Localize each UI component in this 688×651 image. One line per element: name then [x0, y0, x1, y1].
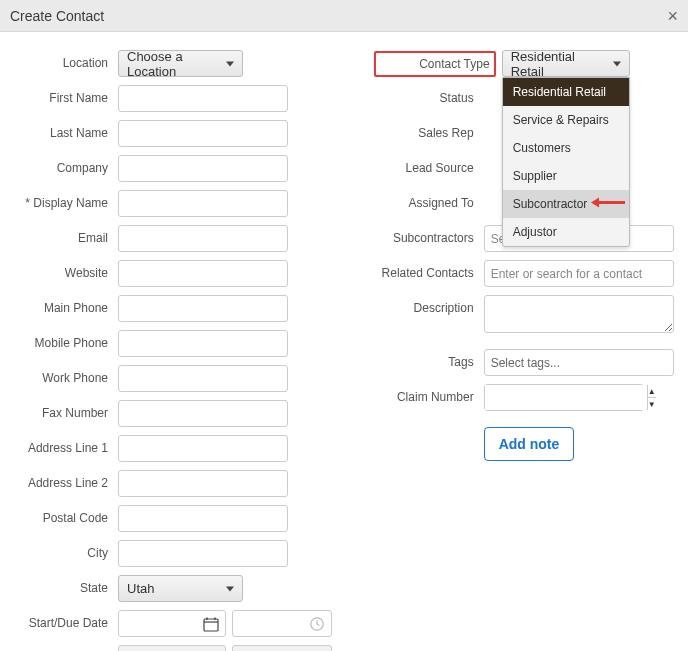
status-label: Status	[374, 85, 484, 112]
chevron-down-icon	[226, 586, 234, 591]
end-date-label: End Date	[8, 645, 118, 651]
display-name-label: * Display Name	[8, 190, 118, 217]
state-select[interactable]: Utah	[118, 575, 243, 602]
company-label: Company	[8, 155, 118, 182]
description-label: Description	[374, 295, 484, 322]
fax-input[interactable]	[118, 400, 288, 427]
start-time-input[interactable]	[232, 610, 332, 637]
stepper-up-icon[interactable]: ▲	[648, 385, 656, 398]
website-label: Website	[8, 260, 118, 287]
addr2-label: Address Line 2	[8, 470, 118, 497]
postal-input[interactable]	[118, 505, 288, 532]
subcontractors-label: Subcontractors	[374, 225, 484, 252]
add-note-button[interactable]: Add note	[484, 427, 575, 461]
addr1-input[interactable]	[118, 435, 288, 462]
end-time-input[interactable]	[232, 645, 332, 651]
location-label: Location	[8, 50, 118, 77]
addr1-label: Address Line 1	[8, 435, 118, 462]
start-date-input[interactable]	[118, 610, 226, 637]
dropdown-option-customers[interactable]: Customers	[503, 134, 629, 162]
left-column: Location Choose a Location First Name La…	[8, 50, 374, 651]
claim-number-label: Claim Number	[374, 384, 484, 411]
postal-label: Postal Code	[8, 505, 118, 532]
sales-rep-label: Sales Rep	[374, 120, 484, 147]
right-column: Contact Type Residential Retail Resident…	[374, 50, 680, 651]
work-phone-input[interactable]	[118, 365, 288, 392]
svg-marker-15	[591, 198, 599, 208]
mobile-phone-label: Mobile Phone	[8, 330, 118, 357]
description-textarea[interactable]	[484, 295, 674, 333]
city-label: City	[8, 540, 118, 567]
main-phone-label: Main Phone	[8, 295, 118, 322]
last-name-label: Last Name	[8, 120, 118, 147]
lead-source-label: Lead Source	[374, 155, 484, 182]
company-input[interactable]	[118, 155, 288, 182]
dropdown-option-service-repairs[interactable]: Service & Repairs	[503, 106, 629, 134]
location-select[interactable]: Choose a Location	[118, 50, 243, 77]
create-contact-modal: Create Contact × Location Choose a Locat…	[0, 0, 688, 651]
first-name-input[interactable]	[118, 85, 288, 112]
fax-label: Fax Number	[8, 400, 118, 427]
contact-type-dropdown: Residential Retail Service & Repairs Cus…	[502, 77, 630, 247]
chevron-down-icon	[613, 61, 621, 66]
dropdown-option-label: Subcontractor	[513, 197, 588, 211]
location-value: Choose a Location	[127, 49, 218, 79]
start-date-label: Start/Due Date	[8, 610, 118, 637]
work-phone-label: Work Phone	[8, 365, 118, 392]
modal-header: Create Contact ×	[0, 0, 688, 32]
email-label: Email	[8, 225, 118, 252]
tags-label: Tags	[374, 349, 484, 376]
modal-title: Create Contact	[10, 8, 104, 24]
arrow-left-icon	[591, 197, 625, 212]
state-value: Utah	[127, 581, 154, 596]
clock-icon	[309, 616, 325, 632]
stepper-down-icon[interactable]: ▼	[648, 398, 656, 410]
addr2-input[interactable]	[118, 470, 288, 497]
contact-type-highlight: Contact Type	[374, 51, 496, 77]
end-date-input[interactable]	[118, 645, 226, 651]
svg-rect-0	[204, 619, 218, 631]
claim-number-input[interactable]	[485, 385, 647, 410]
calendar-icon	[203, 616, 219, 632]
related-contacts-label: Related Contacts	[374, 260, 484, 287]
main-phone-input[interactable]	[118, 295, 288, 322]
close-icon[interactable]: ×	[667, 6, 678, 27]
email-input[interactable]	[118, 225, 288, 252]
tags-placeholder: Select tags...	[491, 356, 560, 370]
dropdown-option-supplier[interactable]: Supplier	[503, 162, 629, 190]
modal-body: Location Choose a Location First Name La…	[0, 32, 688, 651]
dropdown-option-residential-retail[interactable]: Residential Retail	[503, 78, 629, 106]
chevron-down-icon	[226, 61, 234, 66]
mobile-phone-input[interactable]	[118, 330, 288, 357]
dropdown-option-subcontractor[interactable]: Subcontractor	[503, 190, 629, 218]
contact-type-select[interactable]: Residential Retail	[502, 50, 630, 77]
state-label: State	[8, 575, 118, 602]
contact-type-value: Residential Retail	[511, 49, 605, 79]
display-name-input[interactable]	[118, 190, 288, 217]
related-contacts-input[interactable]	[484, 260, 674, 287]
svg-line-6	[317, 624, 320, 626]
contact-type-label: Contact Type	[380, 55, 490, 73]
tags-input[interactable]: Select tags...	[484, 349, 674, 376]
last-name-input[interactable]	[118, 120, 288, 147]
city-input[interactable]	[118, 540, 288, 567]
website-input[interactable]	[118, 260, 288, 287]
dropdown-option-adjustor[interactable]: Adjustor	[503, 218, 629, 246]
assigned-to-label: Assigned To	[374, 190, 484, 217]
first-name-label: First Name	[8, 85, 118, 112]
claim-number-stepper[interactable]: ▲ ▼	[484, 384, 644, 411]
